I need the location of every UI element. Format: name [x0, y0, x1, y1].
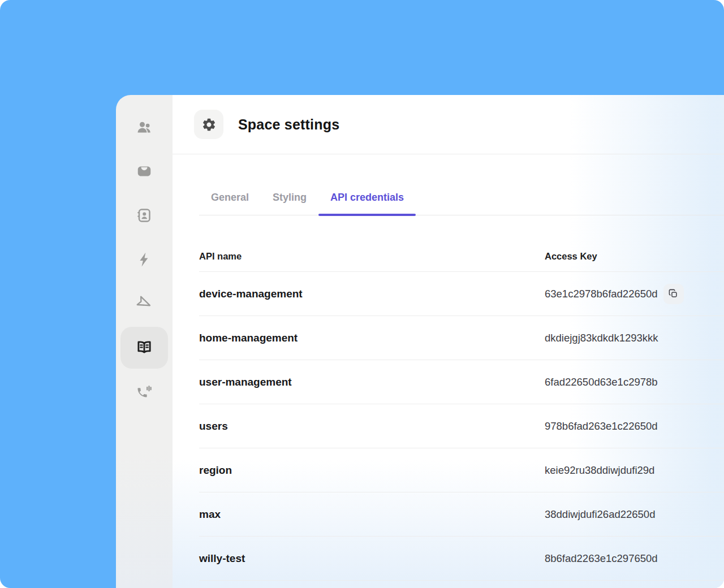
sidebar-item-users[interactable]: [116, 105, 173, 149]
inbox-icon: [136, 163, 153, 180]
api-name-cell: home-management: [199, 332, 545, 344]
api-name-cell: max: [199, 508, 545, 521]
access-key-value: 978b6fad263e1c22650d: [545, 420, 658, 433]
tab-api-credentials[interactable]: API credentials: [318, 192, 416, 215]
access-key-value: 6fad22650d63e1c2978b: [545, 376, 658, 388]
tabs-area: General Styling API credentials: [173, 154, 724, 215]
tab-bar: General Styling API credentials: [199, 192, 724, 215]
table-header: API name Access Key: [199, 215, 724, 272]
api-name-cell: willy-test: [199, 552, 545, 565]
sidebar-item-inbox[interactable]: [116, 149, 173, 193]
copy-icon: [668, 288, 679, 299]
api-name-cell: user-management: [199, 376, 545, 388]
table-row: users 978b6fad263e1c22650d: [199, 404, 724, 448]
table-row: user-management 6fad22650d63e1c2978b: [199, 360, 724, 404]
book-icon: [136, 339, 153, 356]
table-row: willy-test 8b6fad2263e1c297650d: [199, 537, 724, 581]
access-key-value: 38ddiwjdufi26ad22650d: [545, 508, 655, 521]
users-icon: [136, 119, 153, 136]
tab-styling[interactable]: Styling: [261, 192, 318, 215]
access-key-value: 63e1c2978b6fad22650d: [545, 288, 658, 300]
api-name-cell: users: [199, 420, 545, 433]
tab-label: API credentials: [330, 192, 404, 203]
contact-card-icon: [136, 207, 153, 224]
column-api-name: API name: [199, 251, 545, 262]
sidebar-item-contact-card[interactable]: [116, 193, 173, 237]
sidebar-nav: [116, 95, 173, 588]
phone-volume-icon: [136, 383, 153, 400]
table-row: device-management 63e1c2978b6fad22650d: [199, 272, 724, 316]
api-name-cell: device-management: [199, 288, 545, 300]
access-key-value: keie92ru38ddiwjdufi29d: [545, 464, 654, 477]
main-content: Space settings General Styling API crede…: [173, 95, 724, 588]
api-name-cell: region: [199, 464, 545, 477]
table-row: home-management dkdiejgj83kdkdk1293kkk: [199, 316, 724, 360]
page-header: Space settings: [173, 95, 724, 154]
column-access-key: Access Key: [545, 251, 724, 262]
copy-key-button[interactable]: [663, 284, 684, 304]
sidebar-item-book[interactable]: [116, 326, 173, 370]
page-title: Space settings: [238, 116, 339, 133]
access-key-value: 8b6fad2263e1c297650d: [545, 552, 658, 565]
lightning-icon: [136, 251, 153, 268]
send-icon: [136, 295, 153, 312]
access-key-value: dkdiejgj83kdkdk1293kkk: [545, 332, 658, 344]
sidebar-item-lightning[interactable]: [116, 237, 173, 282]
table-row: region keie92ru38ddiwjdufi29d: [199, 448, 724, 492]
table-body: device-management 63e1c2978b6fad22650d h…: [199, 272, 724, 581]
tab-label: Styling: [273, 192, 307, 203]
sidebar-item-send[interactable]: [116, 282, 173, 326]
credentials-table: API name Access Key device-management 63…: [199, 215, 724, 581]
app-window: Space settings General Styling API crede…: [0, 0, 724, 588]
table-row: max 38ddiwjdufi26ad22650d: [199, 492, 724, 537]
tab-general[interactable]: General: [199, 192, 261, 215]
settings-panel: Space settings General Styling API crede…: [116, 95, 724, 588]
sidebar-item-phone[interactable]: [116, 370, 173, 414]
gear-icon: [194, 110, 223, 139]
tab-label: General: [211, 192, 249, 203]
